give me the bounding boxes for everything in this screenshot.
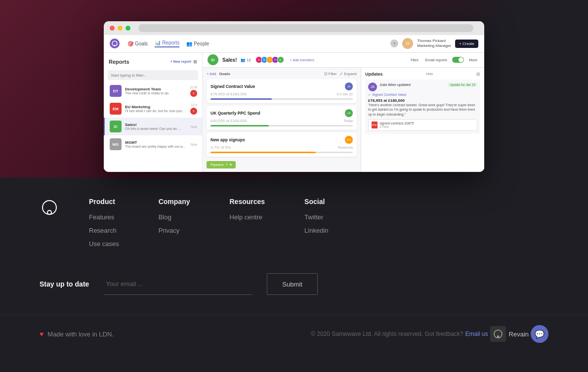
updates-header: Updates Hide ⊞	[365, 72, 480, 77]
app-header-right: ? TP Thomas Pickard Marketing Manager + …	[390, 38, 478, 49]
attachment-name-area: signed-contract-10875 478kb	[379, 122, 414, 128]
goal-progress-bar-3	[210, 152, 353, 153]
team-name: Sales!	[222, 57, 237, 63]
main-header-right: Files Email reports More	[409, 57, 479, 63]
footer-link-research[interactable]: Research	[89, 227, 119, 234]
sidebar-item-name-sales: Sales!	[125, 123, 187, 127]
update-item-header: JA Julie Allen updated Update for Jan 19	[368, 83, 477, 91]
add-goal-button[interactable]: + Add	[207, 72, 216, 76]
nav-goals-label: Goals	[135, 41, 148, 46]
new-report-button[interactable]: + New report	[170, 60, 191, 63]
goal-target-1: of £180,000	[226, 92, 247, 96]
email-toggle[interactable]	[452, 57, 464, 63]
sidebar-avatar-mgmt: MG	[110, 138, 122, 150]
team-avatar: S!	[208, 54, 218, 65]
goal-item-signed-contract: Signed Contract Value JA £76,953 of £180…	[207, 79, 357, 103]
app-header: 🎯 Goals 📊 Reports 👥 People ? TP	[104, 35, 484, 53]
pipeline-text: Pipeline	[210, 163, 224, 167]
sidebar-item-sales[interactable]: S! Sales! Oh this is great news! Can you…	[104, 118, 202, 135]
goal-val-1: £76,953	[210, 92, 225, 96]
goal-item-header-3: New app signups AG	[210, 136, 353, 144]
files-button[interactable]: Files	[409, 57, 420, 63]
goal-item-header-2: UK Quarterly PPC Spend LR	[210, 109, 353, 117]
revain-widget: Revain	[490, 326, 529, 342]
sidebar-item-name-mgmt: MGMT	[125, 140, 187, 145]
sidebar-item-info-sales: Sales! Oh this is great news! Can you le…	[125, 123, 187, 130]
copyright-text: © 2020 Samewave Ltd. All rights reserved…	[311, 331, 463, 337]
email-reports-button[interactable]: Email reports	[423, 57, 449, 63]
sidebar-item-time-sales: Now	[191, 125, 197, 128]
newsletter-email-input[interactable]	[104, 273, 252, 295]
help-button[interactable]: ?	[390, 40, 398, 47]
app-body: Reports + New report ⊞ DT Development T	[104, 53, 484, 172]
hide-updates-button[interactable]: Hide	[426, 72, 433, 76]
browser-dot-green	[126, 26, 130, 31]
sidebar-item-sub-mgmt: The board are pretty happy with our p...	[125, 145, 187, 148]
sidebar-avatar-dev: DT	[110, 85, 122, 97]
footer-link-blog[interactable]: Blog	[159, 213, 190, 221]
browser-mockup: 🎯 Goals 📊 Reports 👥 People ? TP	[104, 21, 484, 172]
user-role: Marketing Manager	[417, 43, 451, 48]
updates-options-icon[interactable]: ⊞	[476, 72, 480, 77]
sidebar-item-name-dev: Development Team	[125, 87, 187, 91]
people-icon: 👥	[186, 41, 192, 46]
sidebar-item-sub-sales: Oh this is great news! Can you let ...	[125, 127, 187, 130]
footer-column-social: Social Twitter Linkedin	[304, 198, 328, 253]
add-members-button[interactable]: + Add members	[290, 58, 314, 62]
goal-val-2: £40,550	[210, 119, 225, 123]
goal-progress-bar-1	[210, 98, 353, 100]
more-button[interactable]: More	[467, 57, 479, 63]
goal-value-3: 3.7% of 5%	[210, 145, 231, 150]
footer-link-twitter[interactable]: Twitter	[304, 213, 328, 221]
user-info: Thomas Pickard Marketing Manager	[417, 39, 451, 49]
sidebar-badge-eu: 5	[190, 108, 197, 115]
sidebar-filter-input[interactable]	[108, 70, 198, 80]
member-count: 12	[247, 58, 251, 62]
goal-progress-fill-1	[210, 98, 272, 100]
nav-reports[interactable]: 📊 Reports	[155, 40, 179, 47]
goals-toolbar: + Add Goals ⊡ Filter ⤢ Expand	[207, 72, 357, 76]
hero-section: 🎯 Goals 📊 Reports 👥 People ? TP	[0, 0, 588, 178]
footer-link-linkedin[interactable]: Linkedin	[304, 227, 328, 234]
newsletter-submit-button[interactable]: Submit	[267, 273, 317, 295]
update-goal-name: Signed Contract Value	[372, 93, 407, 96]
nav-reports-label: Reports	[162, 40, 179, 45]
update-user-avatar: JA	[368, 83, 377, 91]
sidebar-title: Reports	[109, 59, 129, 65]
footer-link-privacy[interactable]: Privacy	[159, 227, 190, 234]
goal-progress-fill-2	[210, 125, 269, 126]
email-toggle-dot	[459, 57, 463, 62]
email-us-link[interactable]: Email us	[465, 331, 488, 337]
sidebar-item-eu-marketing[interactable]: EM EU Marketing I'll see what I can do, …	[104, 100, 202, 118]
sidebar-item-meta-sales: Now	[191, 125, 197, 128]
filter-goals-button[interactable]: ⊡ Filter	[324, 72, 337, 76]
checkmark-icon: ✓	[368, 93, 371, 96]
svg-point-5	[497, 335, 499, 337]
reports-icon: 📊	[155, 40, 161, 45]
sidebar-item-info-dev: Development Team The new code is ready t…	[125, 87, 187, 95]
sidebar-item-sub-dev: The new code is ready to go.	[125, 91, 187, 95]
goals-icon: 🎯	[127, 41, 133, 46]
attachment-filename: signed-contract-10875	[379, 122, 414, 125]
pdf-icon: PDF	[372, 122, 378, 128]
footer-link-use-cases[interactable]: Use cases	[89, 240, 119, 248]
update-item: JA Julie Allen updated Update for Jan 19…	[365, 80, 480, 134]
goal-progress-bar-2	[210, 125, 353, 126]
expand-button[interactable]: ⤢ Expand	[339, 72, 357, 76]
nav-people[interactable]: 👥 People	[186, 41, 209, 46]
sidebar-actions: + New report ⊞	[170, 59, 197, 64]
footer-link-help-centre[interactable]: Help centre	[230, 213, 265, 221]
pipeline-label[interactable]: Pipeline ? ▾	[207, 161, 236, 168]
create-button[interactable]: + Create	[455, 40, 478, 48]
member-count-icon: 👥	[241, 58, 245, 62]
chat-widget[interactable]: 💬	[531, 325, 548, 343]
sidebar-item-sub-eu: I'll see what I can do, but for now just…	[125, 109, 187, 113]
sidebar-item-dev-team[interactable]: DT Development Team The new code is read…	[104, 82, 202, 100]
browser-titlebar	[104, 21, 484, 35]
goal-item-ppc: UK Quarterly PPC Spend LR £40,550 of £10…	[207, 106, 357, 130]
sidebar-item-mgmt[interactable]: MG MGMT The board are pretty happy with …	[104, 135, 202, 153]
nav-goals[interactable]: 🎯 Goals	[127, 41, 148, 46]
footer-link-features[interactable]: Features	[89, 213, 119, 221]
goal-progress-fill-3	[210, 152, 316, 153]
update-user-info: Julie Allen updated	[379, 83, 411, 87]
